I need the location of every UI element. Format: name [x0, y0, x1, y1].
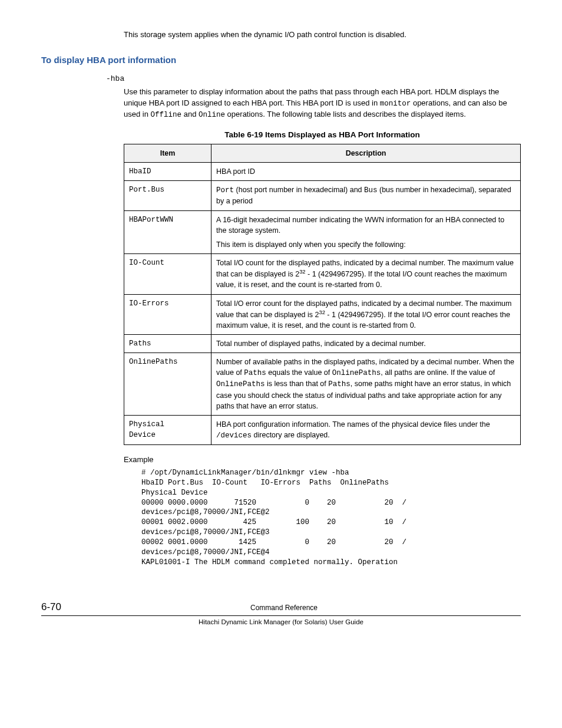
text: Physical	[129, 419, 206, 430]
inline-code: Paths	[328, 380, 351, 388]
item-cell: Port.Bus	[124, 181, 211, 210]
param-name: -hba	[106, 74, 521, 85]
inline-code: Port	[216, 186, 234, 195]
item-cell: OnlinePaths	[124, 353, 211, 416]
footer-title: Hitachi Dynamic Link Manager (for Solari…	[41, 617, 521, 627]
inline-code: monitor	[380, 100, 411, 108]
param-description: Use this parameter to display informatio…	[124, 87, 521, 120]
item-cell: IO-Count	[124, 253, 211, 294]
page-number: 6-70	[41, 600, 61, 615]
text: (host port number in hexadecimal) and	[234, 186, 364, 194]
desc-cell: Total number of displayed paths, indicat…	[211, 335, 521, 353]
text: Device	[129, 430, 206, 440]
text: directory are displayed.	[252, 431, 330, 439]
inline-code: OnlinePaths	[332, 369, 381, 377]
text: HBA port configuration information. The …	[216, 420, 490, 429]
item-cell: Physical Device	[124, 415, 211, 444]
desc-cell: HBA port configuration information. The …	[211, 415, 521, 444]
superscript: 32	[299, 269, 305, 275]
table-caption: Table 6-19 Items Displayed as HBA Port I…	[124, 129, 521, 141]
text: operations. The following table lists an…	[225, 110, 466, 118]
desc-cell: A 16-digit hexadecimal number indicating…	[211, 210, 521, 253]
desc-cell: HBA port ID	[211, 163, 521, 181]
desc-cell: Number of available paths in the display…	[211, 353, 521, 416]
table-header-row: Item Description	[124, 144, 521, 163]
item-cell: IO-Errors	[124, 294, 211, 335]
intro-paragraph: This storage system applies when the dyn…	[124, 29, 521, 41]
inline-code: Bus	[364, 186, 378, 195]
inline-code: /devices	[216, 431, 252, 440]
inline-code: Online	[199, 111, 225, 119]
hba-info-table: Item Description HbaID HBA port ID Port.…	[124, 144, 521, 445]
item-cell: HbaID	[124, 163, 211, 181]
table-row: IO-Errors Total I/O error count for the …	[124, 294, 521, 335]
text: and	[181, 110, 199, 118]
table-row: Paths Total number of displayed paths, i…	[124, 335, 521, 353]
inline-code: Offline	[151, 111, 182, 119]
footer-section: Command Reference	[61, 603, 507, 613]
page-footer: 6-70 Command Reference 6-70 Hitachi Dyna…	[41, 600, 521, 627]
text: This item is displayed only when you spe…	[216, 239, 515, 250]
col-header-description: Description	[211, 144, 521, 163]
item-cell: HBAPortWWN	[124, 210, 211, 253]
text: equals the value of	[266, 368, 332, 377]
example-label: Example	[124, 454, 521, 466]
table-row: Port.Bus Port (host port number in hexad…	[124, 181, 521, 210]
table-row: Physical Device HBA port configuration i…	[124, 415, 521, 444]
text: , all paths are online. If the value of	[381, 368, 495, 377]
item-cell: Paths	[124, 335, 211, 353]
section-heading: To display HBA port information	[41, 54, 521, 67]
table-row: OnlinePaths Number of available paths in…	[124, 353, 521, 416]
superscript: 32	[319, 309, 325, 315]
text: A 16-digit hexadecimal number indicating…	[216, 215, 515, 236]
table-row: HBAPortWWN A 16-digit hexadecimal number…	[124, 210, 521, 253]
text: is less than that of	[265, 380, 329, 388]
example-output: # /opt/DynamicLinkManager/bin/dlnkmgr vi…	[141, 468, 521, 568]
table-row: IO-Count Total I/O count for the display…	[124, 253, 521, 294]
desc-cell: Port (host port number in hexadecimal) a…	[211, 181, 521, 210]
desc-cell: Total I/O error count for the displayed …	[211, 294, 521, 335]
desc-cell: Total I/O count for the displayed paths,…	[211, 253, 521, 294]
col-header-item: Item	[124, 144, 211, 163]
table-row: HbaID HBA port ID	[124, 163, 521, 181]
inline-code: OnlinePaths	[216, 380, 265, 388]
inline-code: Paths	[244, 369, 266, 377]
